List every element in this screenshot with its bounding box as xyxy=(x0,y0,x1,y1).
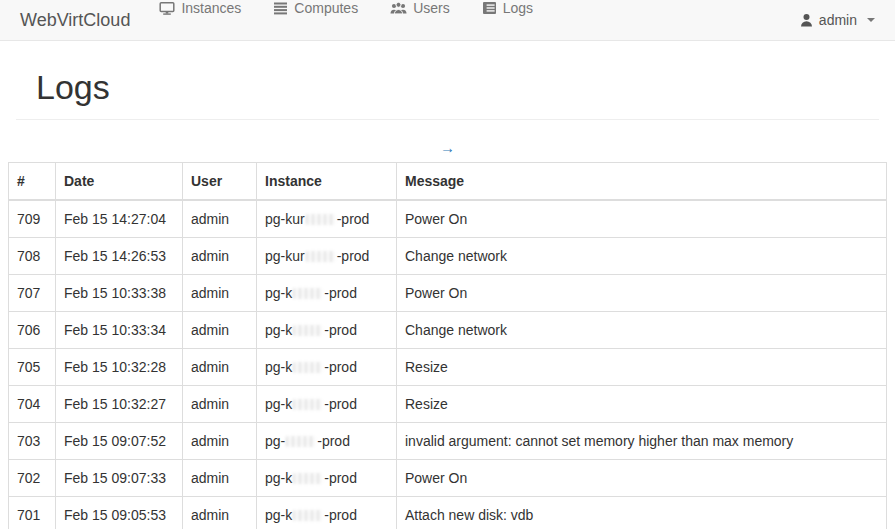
log-message-cell: Power On xyxy=(397,200,887,238)
log-instance-cell: pg-kur-prod xyxy=(257,238,397,275)
desktop-icon xyxy=(159,1,175,16)
instance-name-redacted xyxy=(293,288,323,299)
table-row: 707Feb 15 10:33:38adminpg-k-prodPower On xyxy=(9,275,887,312)
log-message-cell: Attach new disk: vdb xyxy=(397,497,887,529)
log-message-cell: Power On xyxy=(397,275,887,312)
table-row: 704Feb 15 10:32:27adminpg-k-prodResize xyxy=(9,386,887,423)
instance-name-prefix: pg-k xyxy=(265,285,292,301)
table-row: 705Feb 15 10:32:28adminpg-k-prodResize xyxy=(9,349,887,386)
instance-name-prefix: pg- xyxy=(265,433,285,449)
nav-item-logs[interactable]: Logs xyxy=(466,0,549,16)
nav-item-label: Logs xyxy=(503,0,533,16)
log-user-cell: admin xyxy=(183,460,257,497)
log-instance-cell: pg-k-prod xyxy=(257,275,397,312)
instance-name-prefix: pg-k xyxy=(265,396,292,412)
top-navbar: WebVirtCloud Instances xyxy=(0,0,895,41)
log-user-cell: admin xyxy=(183,200,257,238)
user-icon xyxy=(800,13,813,27)
instance-name-redacted xyxy=(286,436,316,447)
page-title: Logs xyxy=(36,68,875,107)
log-instance-cell: pg-k-prod xyxy=(257,349,397,386)
column-header-message: Message xyxy=(397,163,887,201)
instance-name-suffix: -prod xyxy=(324,396,357,412)
log-instance-cell: pg-k-prod xyxy=(257,497,397,529)
next-page-link[interactable]: → xyxy=(440,139,455,156)
table-row: 706Feb 15 10:33:34adminpg-k-prodChange n… xyxy=(9,312,887,349)
log-instance-cell: pg-k-prod xyxy=(257,460,397,497)
log-date-cell: Feb 15 14:26:53 xyxy=(56,238,183,275)
log-instance-cell: pg-kur-prod xyxy=(257,200,397,238)
log-instance-cell: pg-k-prod xyxy=(257,386,397,423)
log-date-cell: Feb 15 09:05:53 xyxy=(56,497,183,529)
user-menu-label: admin xyxy=(819,12,857,28)
log-id-cell: 704 xyxy=(9,386,56,423)
log-user-cell: admin xyxy=(183,386,257,423)
table-row: 709Feb 15 14:27:04adminpg-kur-prodPower … xyxy=(9,200,887,238)
column-header-number: # xyxy=(9,163,56,201)
nav-item-label: Computes xyxy=(294,0,358,16)
log-instance-cell: pg--prod xyxy=(257,423,397,460)
log-date-cell: Feb 15 10:33:38 xyxy=(56,275,183,312)
instance-name-prefix: pg-k xyxy=(265,322,292,338)
log-instance-cell: pg-k-prod xyxy=(257,312,397,349)
instance-name-prefix: pg-kur xyxy=(265,211,305,227)
log-message-cell: Resize xyxy=(397,349,887,386)
server-list-icon xyxy=(273,1,288,15)
main-content: Logs → # Date User Instance Message 709F… xyxy=(0,68,895,529)
log-user-cell: admin xyxy=(183,423,257,460)
log-message-cell: invalid argument: cannot set memory high… xyxy=(397,423,887,460)
title-divider xyxy=(16,119,879,120)
brand-link[interactable]: WebVirtCloud xyxy=(0,0,143,40)
log-id-cell: 702 xyxy=(9,460,56,497)
nav-item-label: Instances xyxy=(181,0,241,16)
instance-name-suffix: -prod xyxy=(337,211,370,227)
log-user-cell: admin xyxy=(183,497,257,529)
log-message-cell: Change network xyxy=(397,312,887,349)
table-row: 708Feb 15 14:26:53adminpg-kur-prodChange… xyxy=(9,238,887,275)
instance-name-suffix: -prod xyxy=(337,248,370,264)
users-icon xyxy=(390,1,407,15)
chevron-down-icon xyxy=(867,18,875,22)
log-id-cell: 706 xyxy=(9,312,56,349)
instance-name-redacted xyxy=(293,399,323,410)
instance-name-redacted xyxy=(293,510,323,521)
main-nav: Instances Computes xyxy=(143,0,549,40)
column-header-instance: Instance xyxy=(257,163,397,201)
instance-name-suffix: -prod xyxy=(324,285,357,301)
log-user-cell: admin xyxy=(183,312,257,349)
log-date-cell: Feb 15 10:32:28 xyxy=(56,349,183,386)
table-row: 701Feb 15 09:05:53adminpg-k-prodAttach n… xyxy=(9,497,887,529)
instance-name-redacted xyxy=(293,325,323,336)
instance-name-redacted xyxy=(306,214,336,225)
log-user-cell: admin xyxy=(183,349,257,386)
instance-name-prefix: pg-kur xyxy=(265,248,305,264)
instance-name-prefix: pg-k xyxy=(265,507,292,523)
instance-name-redacted xyxy=(306,251,336,262)
log-date-cell: Feb 15 09:07:33 xyxy=(56,460,183,497)
instance-name-redacted xyxy=(293,362,323,373)
nav-item-computes[interactable]: Computes xyxy=(257,0,374,16)
nav-item-instances[interactable]: Instances xyxy=(143,0,257,16)
log-id-cell: 701 xyxy=(9,497,56,529)
nav-item-users[interactable]: Users xyxy=(374,0,466,16)
table-row: 702Feb 15 09:07:33adminpg-k-prodPower On xyxy=(9,460,887,497)
log-date-cell: Feb 15 10:33:34 xyxy=(56,312,183,349)
log-id-cell: 707 xyxy=(9,275,56,312)
column-header-user: User xyxy=(183,163,257,201)
log-user-cell: admin xyxy=(183,238,257,275)
instance-name-prefix: pg-k xyxy=(265,359,292,375)
log-date-cell: Feb 15 09:07:52 xyxy=(56,423,183,460)
instance-name-suffix: -prod xyxy=(324,322,357,338)
column-header-date: Date xyxy=(56,163,183,201)
log-id-cell: 703 xyxy=(9,423,56,460)
table-row: 703Feb 15 09:07:52adminpg--prodinvalid a… xyxy=(9,423,887,460)
instance-name-redacted xyxy=(293,473,323,484)
logs-table-body: 709Feb 15 14:27:04adminpg-kur-prodPower … xyxy=(9,200,887,529)
instance-name-suffix: -prod xyxy=(324,507,357,523)
journal-icon xyxy=(482,1,497,15)
log-id-cell: 705 xyxy=(9,349,56,386)
log-message-cell: Power On xyxy=(397,460,887,497)
log-user-cell: admin xyxy=(183,275,257,312)
user-menu[interactable]: admin xyxy=(784,0,895,40)
pagination: → xyxy=(16,139,879,159)
